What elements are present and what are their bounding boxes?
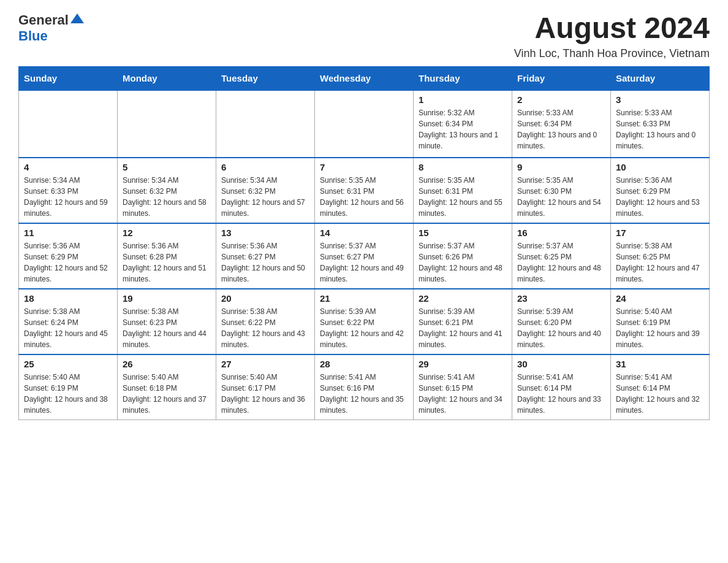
- day-info: Sunrise: 5:41 AMSunset: 6:14 PMDaylight:…: [517, 372, 605, 416]
- table-row: 18Sunrise: 5:38 AMSunset: 6:24 PMDayligh…: [19, 289, 118, 354]
- day-number: 24: [616, 293, 704, 304]
- calendar-week-row: 25Sunrise: 5:40 AMSunset: 6:19 PMDayligh…: [19, 354, 710, 420]
- day-info: Sunrise: 5:39 AMSunset: 6:22 PMDaylight:…: [320, 306, 408, 350]
- header-sunday: Sunday: [19, 66, 118, 90]
- header-saturday: Saturday: [611, 66, 710, 90]
- day-info: Sunrise: 5:35 AMSunset: 6:31 PMDaylight:…: [419, 175, 507, 219]
- page-header: General Blue August 2024 Vinh Loc, Thanh…: [18, 12, 710, 60]
- day-info: Sunrise: 5:34 AMSunset: 6:33 PMDaylight:…: [24, 175, 112, 219]
- day-number: 11: [24, 228, 112, 238]
- table-row: 10Sunrise: 5:36 AMSunset: 6:29 PMDayligh…: [611, 158, 710, 223]
- table-row: 22Sunrise: 5:39 AMSunset: 6:21 PMDayligh…: [414, 289, 512, 354]
- day-info: Sunrise: 5:41 AMSunset: 6:16 PMDaylight:…: [320, 372, 408, 416]
- day-number: 15: [419, 228, 507, 238]
- day-number: 13: [221, 228, 309, 238]
- table-row: [315, 90, 414, 158]
- calendar-table: Sunday Monday Tuesday Wednesday Thursday…: [18, 66, 710, 420]
- table-row: [118, 90, 216, 158]
- table-row: 12Sunrise: 5:36 AMSunset: 6:28 PMDayligh…: [118, 223, 216, 289]
- day-info: Sunrise: 5:37 AMSunset: 6:26 PMDaylight:…: [419, 240, 507, 285]
- day-number: 28: [320, 359, 408, 369]
- day-number: 31: [616, 359, 704, 369]
- day-number: 16: [517, 228, 605, 238]
- day-number: 4: [24, 162, 112, 172]
- day-number: 1: [419, 94, 507, 105]
- day-info: Sunrise: 5:41 AMSunset: 6:14 PMDaylight:…: [616, 372, 704, 416]
- day-number: 9: [517, 162, 605, 172]
- day-info: Sunrise: 5:41 AMSunset: 6:15 PMDaylight:…: [419, 372, 507, 416]
- day-info: Sunrise: 5:38 AMSunset: 6:25 PMDaylight:…: [616, 240, 704, 285]
- table-row: 31Sunrise: 5:41 AMSunset: 6:14 PMDayligh…: [611, 354, 710, 420]
- table-row: 7Sunrise: 5:35 AMSunset: 6:31 PMDaylight…: [315, 158, 414, 223]
- day-number: 7: [320, 162, 408, 172]
- day-number: 27: [221, 359, 309, 369]
- table-row: 6Sunrise: 5:34 AMSunset: 6:32 PMDaylight…: [216, 158, 315, 223]
- table-row: 9Sunrise: 5:35 AMSunset: 6:30 PMDaylight…: [512, 158, 611, 223]
- table-row: 3Sunrise: 5:33 AMSunset: 6:33 PMDaylight…: [611, 90, 710, 158]
- table-row: 15Sunrise: 5:37 AMSunset: 6:26 PMDayligh…: [414, 223, 512, 289]
- day-number: 5: [123, 162, 211, 172]
- day-number: 30: [517, 359, 605, 369]
- day-number: 29: [419, 359, 507, 369]
- day-number: 23: [517, 293, 605, 304]
- day-info: Sunrise: 5:38 AMSunset: 6:24 PMDaylight:…: [24, 306, 112, 350]
- day-info: Sunrise: 5:40 AMSunset: 6:19 PMDaylight:…: [24, 372, 112, 416]
- table-row: 27Sunrise: 5:40 AMSunset: 6:17 PMDayligh…: [216, 354, 315, 420]
- table-row: 26Sunrise: 5:40 AMSunset: 6:18 PMDayligh…: [118, 354, 216, 420]
- day-info: Sunrise: 5:36 AMSunset: 6:28 PMDaylight:…: [123, 240, 211, 285]
- day-info: Sunrise: 5:39 AMSunset: 6:20 PMDaylight:…: [517, 306, 605, 350]
- day-number: 2: [517, 94, 605, 105]
- day-number: 14: [320, 228, 408, 238]
- svg-marker-0: [70, 13, 84, 23]
- table-row: 28Sunrise: 5:41 AMSunset: 6:16 PMDayligh…: [315, 354, 414, 420]
- table-row: 4Sunrise: 5:34 AMSunset: 6:33 PMDaylight…: [19, 158, 118, 223]
- calendar-header-row: Sunday Monday Tuesday Wednesday Thursday…: [19, 66, 710, 90]
- calendar-week-row: 1Sunrise: 5:32 AMSunset: 6:34 PMDaylight…: [19, 90, 710, 158]
- day-info: Sunrise: 5:36 AMSunset: 6:27 PMDaylight:…: [221, 240, 309, 285]
- day-number: 25: [24, 359, 112, 369]
- month-year-title: August 2024: [514, 12, 710, 45]
- table-row: 24Sunrise: 5:40 AMSunset: 6:19 PMDayligh…: [611, 289, 710, 354]
- table-row: 23Sunrise: 5:39 AMSunset: 6:20 PMDayligh…: [512, 289, 611, 354]
- day-info: Sunrise: 5:39 AMSunset: 6:21 PMDaylight:…: [419, 306, 507, 350]
- day-info: Sunrise: 5:32 AMSunset: 6:34 PMDaylight:…: [419, 107, 507, 151]
- table-row: 5Sunrise: 5:34 AMSunset: 6:32 PMDaylight…: [118, 158, 216, 223]
- table-row: 25Sunrise: 5:40 AMSunset: 6:19 PMDayligh…: [19, 354, 118, 420]
- logo-triangle-icon: [70, 12, 84, 26]
- day-number: 3: [616, 94, 704, 105]
- header-tuesday: Tuesday: [216, 66, 315, 90]
- day-number: 18: [24, 293, 112, 304]
- table-row: 14Sunrise: 5:37 AMSunset: 6:27 PMDayligh…: [315, 223, 414, 289]
- header-thursday: Thursday: [414, 66, 512, 90]
- table-row: 16Sunrise: 5:37 AMSunset: 6:25 PMDayligh…: [512, 223, 611, 289]
- day-info: Sunrise: 5:33 AMSunset: 6:33 PMDaylight:…: [616, 107, 704, 151]
- table-row: 19Sunrise: 5:38 AMSunset: 6:23 PMDayligh…: [118, 289, 216, 354]
- day-info: Sunrise: 5:40 AMSunset: 6:19 PMDaylight:…: [616, 306, 704, 350]
- table-row: 30Sunrise: 5:41 AMSunset: 6:14 PMDayligh…: [512, 354, 611, 420]
- day-number: 21: [320, 293, 408, 304]
- logo-blue-text: Blue: [18, 28, 48, 44]
- title-section: August 2024 Vinh Loc, Thanh Hoa Province…: [514, 12, 710, 60]
- logo-general-text: General: [18, 12, 69, 28]
- table-row: 13Sunrise: 5:36 AMSunset: 6:27 PMDayligh…: [216, 223, 315, 289]
- day-number: 26: [123, 359, 211, 369]
- day-number: 10: [616, 162, 704, 172]
- table-row: [19, 90, 118, 158]
- day-info: Sunrise: 5:37 AMSunset: 6:25 PMDaylight:…: [517, 240, 605, 285]
- table-row: [216, 90, 315, 158]
- day-number: 8: [419, 162, 507, 172]
- day-number: 17: [616, 228, 704, 238]
- day-info: Sunrise: 5:37 AMSunset: 6:27 PMDaylight:…: [320, 240, 408, 285]
- day-info: Sunrise: 5:40 AMSunset: 6:18 PMDaylight:…: [123, 372, 211, 416]
- calendar-week-row: 4Sunrise: 5:34 AMSunset: 6:33 PMDaylight…: [19, 158, 710, 223]
- day-number: 19: [123, 293, 211, 304]
- table-row: 8Sunrise: 5:35 AMSunset: 6:31 PMDaylight…: [414, 158, 512, 223]
- table-row: 2Sunrise: 5:33 AMSunset: 6:34 PMDaylight…: [512, 90, 611, 158]
- table-row: 21Sunrise: 5:39 AMSunset: 6:22 PMDayligh…: [315, 289, 414, 354]
- calendar-week-row: 11Sunrise: 5:36 AMSunset: 6:29 PMDayligh…: [19, 223, 710, 289]
- header-monday: Monday: [118, 66, 216, 90]
- day-info: Sunrise: 5:38 AMSunset: 6:22 PMDaylight:…: [221, 306, 309, 350]
- header-friday: Friday: [512, 66, 611, 90]
- logo: General Blue: [18, 12, 84, 44]
- header-wednesday: Wednesday: [315, 66, 414, 90]
